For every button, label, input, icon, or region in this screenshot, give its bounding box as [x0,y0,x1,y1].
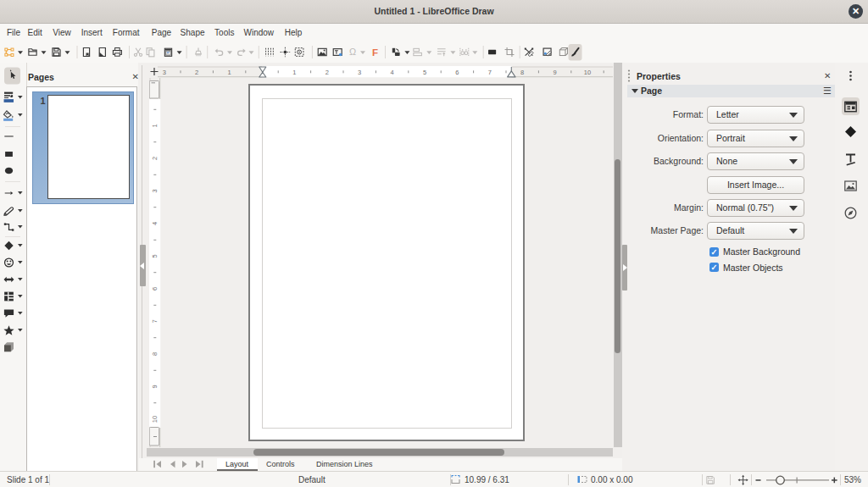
svg-text:6: 6 [151,287,159,291]
svg-text:8: 8 [520,69,524,76]
svg-text:6: 6 [455,69,459,76]
svg-text:Ω: Ω [349,47,356,57]
svg-text:1: 1 [292,69,296,76]
svg-text:4: 4 [391,69,394,76]
svg-text:3: 3 [163,69,166,76]
svg-text:8: 8 [151,352,159,356]
svg-text:2: 2 [151,157,159,160]
svg-text:F: F [372,47,378,58]
svg-text:5: 5 [423,69,426,76]
svg-text:1: 1 [228,69,231,76]
svg-text:9: 9 [151,385,159,388]
svg-text:7: 7 [151,319,159,323]
svg-text:2: 2 [195,69,198,76]
svg-text:3: 3 [151,189,159,192]
svg-text:5: 5 [151,254,159,257]
svg-text:9: 9 [554,69,557,76]
svg-text:4: 4 [151,222,159,225]
svg-text:10: 10 [151,416,159,423]
svg-text:2: 2 [326,69,329,76]
svg-text:3: 3 [358,69,361,76]
svg-text:10: 10 [584,69,591,76]
svg-text:7: 7 [488,69,492,76]
svg-text:1: 1 [151,124,159,127]
